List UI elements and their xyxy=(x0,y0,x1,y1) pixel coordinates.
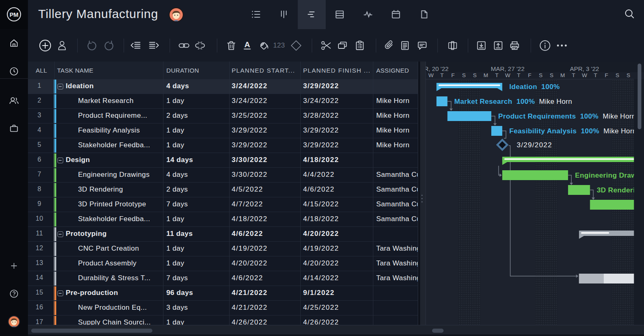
svg-text:M: M xyxy=(560,72,565,78)
svg-text:S: S xyxy=(550,72,554,78)
svg-text:Market Research 100% Mike Ho: Market Research 100% Mike Horn xyxy=(454,98,572,105)
svg-text:MAR, 27 '22: MAR, 27 '22 xyxy=(491,65,524,72)
svg-text:W: W xyxy=(582,72,587,78)
svg-text:Product Requirements 100% Mi: Product Requirements 100% Mike Horn xyxy=(498,112,636,120)
svg-text:MAR, 20 '22: MAR, 20 '22 xyxy=(424,65,448,72)
svg-text:W: W xyxy=(505,72,511,78)
svg-text:F: F xyxy=(605,72,608,78)
svg-text:F: F xyxy=(528,72,531,78)
svg-text:A: A xyxy=(244,40,250,49)
svg-text:S: S xyxy=(539,72,543,78)
svg-text:3/29/2022: 3/29/2022 xyxy=(517,141,552,149)
svg-text:Ideation 100%: Ideation 100% xyxy=(509,83,560,91)
svg-text:M: M xyxy=(483,72,488,78)
svg-text:F: F xyxy=(451,72,455,78)
svg-text:APR, 3 '22: APR, 3 '22 xyxy=(570,65,599,72)
svg-text:T: T xyxy=(517,72,520,78)
svg-text:S: S xyxy=(462,72,466,78)
svg-text:T: T xyxy=(440,72,444,78)
svg-text:Feasibility Analysis 100% Mi: Feasibility Analysis 100% Mike Horn xyxy=(509,127,637,135)
svg-text:Engineering Drawings 100% Sa: Engineering Drawings 100% Samantha Curti… xyxy=(575,171,644,179)
svg-text:W: W xyxy=(428,72,434,78)
svg-text:S: S xyxy=(473,72,477,78)
svg-text:S: S xyxy=(616,72,619,78)
svg-text:T: T xyxy=(594,72,597,78)
svg-text:T: T xyxy=(495,72,498,78)
svg-text:S: S xyxy=(626,72,630,78)
svg-text:T: T xyxy=(572,72,575,78)
svg-text:PM: PM xyxy=(9,11,18,18)
